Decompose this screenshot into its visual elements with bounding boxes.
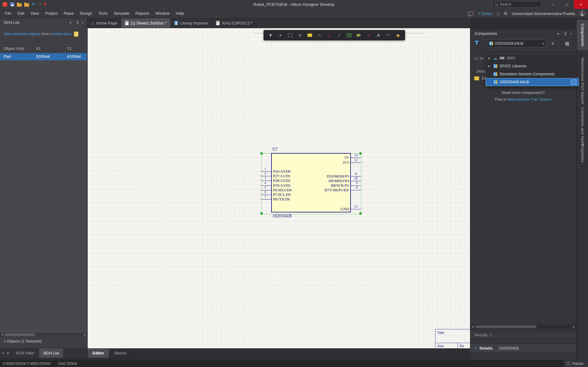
pin[interactable]: ×8D7/CSB/P1/RX	[290, 188, 361, 193]
scope-link[interactable]: current docu	[50, 32, 71, 36]
panels-button[interactable]: Panels	[564, 360, 588, 367]
horizontal-scrollbar[interactable]: ◀ ▶	[470, 325, 576, 329]
menu-simulate[interactable]: Simulate	[111, 9, 132, 18]
details-section-header[interactable]: ∧ Details 102010428	[470, 344, 576, 352]
redo-icon[interactable]: ↷	[38, 0, 42, 9]
user-avatar-icon[interactable]	[579, 11, 585, 16]
pin[interactable]: ×10D9/MISO/P4	[290, 178, 361, 183]
scroll-right-icon[interactable]: ▶	[83, 333, 87, 337]
close-panel-icon[interactable]: ×	[80, 18, 86, 27]
panel-tab-components[interactable]: Components	[577, 20, 588, 50]
menu-window[interactable]: Window	[152, 9, 173, 18]
scrollbar-thumb[interactable]	[475, 325, 537, 328]
pin-panel-icon[interactable]	[76, 21, 79, 24]
tab-sch-filter[interactable]: SCH Filter	[11, 348, 39, 358]
home-icon[interactable]: ⌂	[497, 9, 499, 18]
library-tree-item-simulation-generic[interactable]: Simulation Generic Components	[486, 70, 579, 78]
tab-sheet1-schdoc[interactable]: [1] Sheet1.SchDoc *	[121, 18, 171, 28]
tab-editor[interactable]: Editor	[88, 349, 109, 358]
collapse-icon[interactable]: ∧	[475, 346, 477, 350]
list-view-icon[interactable]: ≡	[552, 40, 554, 47]
place-text-icon[interactable]: A	[374, 31, 382, 39]
component-designator[interactable]: U?	[272, 147, 277, 152]
manufacturer-part-search-link[interactable]: Manufacturer Part Search	[507, 97, 551, 102]
menu-reports[interactable]: Reports	[132, 9, 153, 18]
selection-handle[interactable]	[260, 212, 263, 215]
tab-sch-list[interactable]: SCH List	[39, 348, 63, 358]
column-y1[interactable]: Y1	[63, 45, 87, 53]
place-sheet-symbol-icon[interactable]	[345, 31, 353, 39]
flag-icon[interactable]	[44, 2, 47, 6]
view-mode-link[interactable]: View selected objects	[4, 32, 40, 36]
close-panel-icon[interactable]: ×	[568, 29, 574, 38]
table-row[interactable]: Part 5200mil 4100mil	[0, 53, 87, 60]
component-list-item[interactable]: 10	[474, 76, 486, 81]
place-wire-icon[interactable]: ∿	[316, 31, 324, 39]
pin-panel-icon[interactable]	[564, 32, 567, 36]
selection-handle[interactable]	[260, 152, 263, 155]
menu-tools[interactable]: Tools	[95, 9, 111, 18]
selection-handle[interactable]	[359, 212, 362, 215]
menu-view[interactable]: View	[27, 9, 42, 18]
column-x1[interactable]: X1	[32, 45, 63, 53]
gear-icon[interactable]: ⚙	[504, 9, 508, 18]
pin[interactable]: ×1P26/A0/D0	[261, 169, 353, 174]
library-options-button[interactable]	[571, 80, 576, 84]
component-comment[interactable]: 102010428	[272, 214, 292, 219]
tabs-back-icon[interactable]: ◀	[0, 348, 6, 358]
menu-design[interactable]: Design	[77, 9, 95, 18]
panel-menu-icon[interactable]: ▾	[67, 18, 74, 27]
titlebar-search[interactable]	[492, 1, 541, 7]
menu-edit[interactable]: Edit	[14, 9, 27, 18]
pin[interactable]: ×6P7/SCL/D5	[261, 192, 353, 197]
scroll-left-icon[interactable]: ◀	[0, 333, 4, 337]
menu-file[interactable]: File	[2, 9, 14, 18]
altium-logo-icon[interactable]	[2, 2, 8, 7]
library-dropdown[interactable]: 102010428.IntLib ▾	[487, 39, 546, 47]
align-icon[interactable]: ≡	[296, 31, 304, 39]
pin[interactable]: ×7P0//TX/D6	[261, 197, 353, 202]
filter-icon[interactable]	[474, 40, 480, 45]
pin[interactable]: ×11D10/MOSI/P3	[290, 174, 361, 179]
move-icon[interactable]: +	[276, 31, 284, 39]
search-input[interactable]	[499, 2, 534, 7]
place-no-erc-icon[interactable]: ×	[365, 31, 373, 39]
scroll-right-icon[interactable]: ▶	[572, 325, 576, 329]
minimize-button[interactable]: –	[546, 0, 560, 9]
pin[interactable]: ×145V	[290, 155, 361, 160]
place-port-icon[interactable]	[355, 31, 363, 39]
column-object-kind[interactable]: Object Kind	[0, 45, 32, 53]
expand-icon[interactable]: ▶	[488, 65, 491, 68]
expand-icon[interactable]: ▶	[488, 57, 491, 60]
selection-filter-icon[interactable]: ▼	[267, 31, 275, 39]
pin[interactable]: ×9D8/SCK/P2	[290, 183, 361, 188]
designator-column-header[interactable]: Desig	[476, 69, 486, 73]
menu-place[interactable]: Place	[61, 9, 77, 18]
comment-icon[interactable]	[468, 12, 473, 16]
menu-project[interactable]: Project	[42, 9, 60, 18]
open-project-icon[interactable]	[24, 3, 29, 7]
schematic-canvas[interactable]: ▼ + ≡ ∿ ⊥ / × A ◠ ◆ U? 102010428 ×1P26/A…	[88, 28, 470, 348]
save-icon[interactable]	[10, 2, 14, 6]
selection-handle[interactable]	[359, 152, 362, 155]
component-search-input[interactable]: Se	[474, 56, 484, 61]
undo-icon[interactable]: ↶	[32, 0, 36, 9]
tabs-forward-icon[interactable]: ▶	[6, 348, 11, 358]
tab-home-page[interactable]: ⌂Home Page	[88, 18, 121, 28]
open-document-icon[interactable]	[17, 3, 22, 7]
columns-view-icon[interactable]: ▦	[565, 40, 569, 47]
maximize-button[interactable]: □	[560, 0, 574, 9]
selection-rect-icon[interactable]	[286, 31, 294, 39]
tab-library-importer[interactable]: Library Importer	[171, 18, 212, 28]
place-bus-icon[interactable]: /	[335, 31, 343, 39]
library-tree-item-all[interactable]: ▶ ☁ All (690)	[486, 54, 579, 62]
tab-sheet1[interactable]: Sheet1	[109, 349, 132, 358]
horizontal-scrollbar[interactable]: ◀ ▶	[0, 333, 87, 337]
pin[interactable]: ×13GND	[290, 207, 361, 212]
close-button[interactable]: ×	[574, 0, 588, 9]
library-tree-item-intlib[interactable]: 102010428.IntLib	[486, 78, 579, 86]
pin[interactable]: ×123V3	[290, 160, 361, 165]
tab-xiao-esp32c3[interactable]: XIAO ESP32C3 *	[212, 18, 256, 28]
place-polygon-icon[interactable]: ◆	[394, 31, 402, 39]
place-arc-icon[interactable]: ◠	[384, 31, 392, 39]
